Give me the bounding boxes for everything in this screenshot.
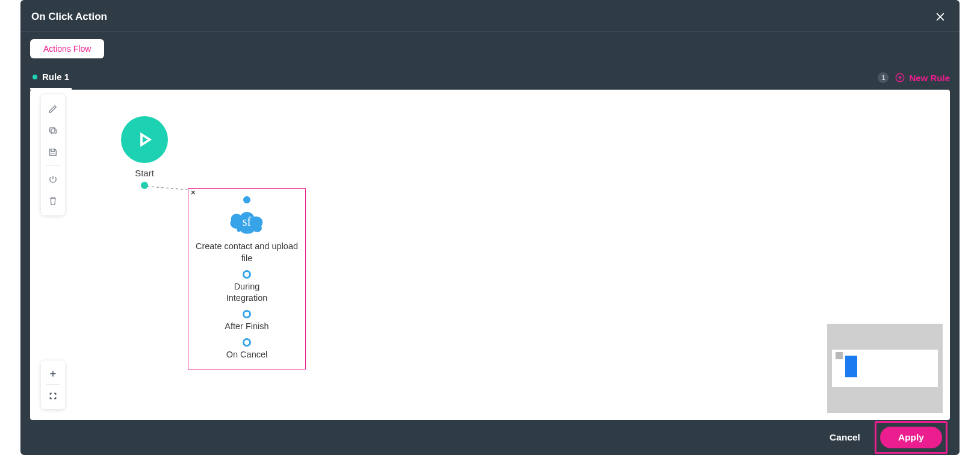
minimap-viewport [832,350,938,387]
start-output-port[interactable] [141,182,148,189]
tab-active-dot-icon [33,75,37,79]
start-node[interactable]: Start [120,116,169,189]
edit-button[interactable] [41,98,65,120]
info-badge[interactable]: 1 [878,72,889,83]
port-cancel-label: On Cancel [188,349,305,360]
zoom-toolbar [41,360,65,409]
zoom-separator [46,385,60,385]
port-after-finish[interactable]: After Finish [188,310,305,332]
action-title: Create contact and upload file [188,241,305,264]
remove-connection-button[interactable]: × [191,188,196,197]
salesforce-cloud-icon: sf [225,206,268,235]
port-during-label: DuringIntegration [188,281,305,304]
minimap-start-node [836,352,843,359]
modal-title: On Click Action [31,11,107,23]
save-icon [48,147,58,158]
delete-button[interactable] [41,190,65,212]
pencil-icon [48,104,58,114]
action-node[interactable]: × sf Create contact and upload file Duri… [188,188,306,369]
cloud-text: sf [243,215,252,228]
fit-to-screen-button[interactable] [41,386,65,406]
tab-label: Rule 1 [42,72,69,82]
modal-header: On Click Action [20,0,960,32]
minimap[interactable] [827,324,943,413]
cloud-icon-wrap: sf [188,206,305,237]
start-circle [121,116,168,163]
close-icon [934,11,946,23]
svg-rect-2 [50,128,55,132]
port-during-integration[interactable]: DuringIntegration [188,270,305,304]
power-button[interactable] [41,168,65,190]
modal-footer: Cancel Apply [20,420,960,455]
plus-circle-icon [895,72,905,83]
left-toolbar [41,94,65,215]
actions-flow-button[interactable]: Actions Flow [30,39,104,58]
new-rule-button[interactable]: New Rule [895,72,950,83]
port-ring-icon [243,270,251,279]
start-label: Start [120,168,169,178]
apply-button[interactable]: Apply [880,427,942,448]
tab-rule-1[interactable]: Rule 1 [30,66,72,90]
new-rule-label: New Rule [909,73,950,83]
cancel-button[interactable]: Cancel [830,432,860,443]
power-icon [48,174,58,185]
minimap-action-node [845,356,857,377]
trash-icon [48,196,58,206]
zoom-in-button[interactable] [41,364,65,383]
on-click-action-modal: On Click Action Actions Flow Rule 1 1 Ne… [20,0,960,455]
play-icon [135,131,154,149]
close-button[interactable] [932,8,949,25]
expand-icon [48,391,58,401]
canvas-area[interactable]: Start × sf Create contact and upload fil… [30,90,950,420]
tab-bar: Rule 1 1 New Rule [20,66,960,90]
port-after-label: After Finish [188,321,305,332]
tab-bar-right: 1 New Rule [878,72,950,83]
port-ring-icon [243,338,251,347]
action-input-port[interactable] [243,196,250,203]
toolbar-separator [45,165,61,166]
save-button[interactable] [41,141,65,163]
copy-button[interactable] [41,120,65,141]
apply-highlight: Apply [875,421,947,454]
port-ring-icon [243,310,251,318]
svg-rect-1 [51,129,56,134]
port-on-cancel[interactable]: On Cancel [188,338,305,360]
copy-icon [48,125,58,136]
plus-icon [48,369,58,379]
sub-header: Actions Flow [20,32,960,66]
